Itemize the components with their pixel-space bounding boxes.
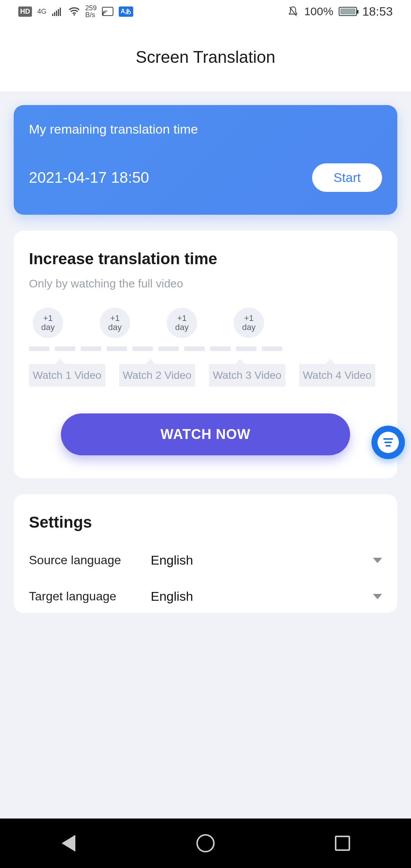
battery-icon: [339, 7, 357, 16]
settings-title: Settings: [29, 513, 382, 531]
app-header: Screen Translation: [0, 23, 411, 91]
chat-fab-button[interactable]: [371, 426, 405, 459]
signal-icon: [52, 6, 63, 17]
increase-title: Increase translation time: [29, 250, 382, 268]
watch-now-button[interactable]: WATCH NOW: [61, 413, 350, 455]
recents-button[interactable]: [329, 830, 356, 857]
svg-rect-0: [52, 14, 53, 16]
start-button[interactable]: Start: [312, 163, 382, 192]
target-language-label: Target language: [29, 589, 151, 603]
increase-subtitle: Only by watching the full video: [29, 277, 382, 290]
home-icon: [196, 834, 215, 852]
page-title: Screen Translation: [136, 48, 276, 67]
chevron-down-icon: [373, 558, 382, 563]
translate-badge-icon: Aあ: [119, 6, 133, 17]
reward-chip: +1 day: [33, 308, 63, 338]
system-navbar: [0, 819, 411, 868]
back-icon: [62, 835, 75, 852]
watch-video-item[interactable]: Watch 3 Video: [209, 364, 285, 387]
progress-dashes: [29, 346, 382, 351]
reward-chip: +1 day: [100, 308, 130, 338]
status-bar: HD 4G 259 B/s Aあ 100% 18:53: [0, 0, 411, 23]
target-language-row[interactable]: Target language English: [29, 589, 382, 604]
status-time: 18:53: [362, 5, 393, 19]
settings-card: Settings Source language English Target …: [14, 494, 397, 613]
remaining-time-label: My remaining translation time: [29, 122, 382, 137]
remaining-time-card: My remaining translation time 2021-04-17…: [14, 105, 397, 215]
svg-rect-3: [58, 9, 59, 16]
hd-badge: HD: [18, 6, 32, 17]
chevron-down-icon: [373, 594, 382, 599]
watch-video-item[interactable]: Watch 1 Video: [29, 364, 105, 387]
network-type: 4G: [37, 8, 46, 16]
increase-time-card: Increase translation time Only by watchi…: [14, 231, 397, 478]
reward-chip: +1 day: [234, 308, 264, 338]
network-speed: 259 B/s: [85, 5, 97, 18]
remaining-time-value: 2021-04-17 18:50: [29, 169, 149, 186]
watch-video-item[interactable]: Watch 4 Video: [299, 364, 376, 387]
reward-chip: +1 day: [167, 308, 197, 338]
back-button[interactable]: [55, 830, 82, 857]
recents-icon: [335, 836, 350, 851]
source-language-value: English: [151, 553, 373, 568]
content: My remaining translation time 2021-04-17…: [0, 91, 411, 627]
source-language-label: Source language: [29, 553, 151, 567]
home-button[interactable]: [192, 830, 219, 857]
svg-rect-1: [54, 12, 55, 16]
svg-rect-4: [60, 8, 61, 16]
source-language-row[interactable]: Source language English: [29, 553, 382, 568]
watch-video-item[interactable]: Watch 2 Video: [119, 364, 196, 387]
status-left: HD 4G 259 B/s Aあ: [18, 5, 133, 18]
target-language-value: English: [151, 589, 373, 604]
cast-icon: [102, 6, 113, 17]
svg-rect-2: [56, 11, 57, 16]
mute-icon: [287, 6, 299, 17]
reward-chips-row: +1 day +1 day +1 day +1 day: [29, 308, 382, 338]
battery-percent: 100%: [304, 5, 333, 18]
svg-point-5: [73, 14, 75, 16]
status-right: 100% 18:53: [287, 5, 393, 19]
watch-videos-row: Watch 1 Video Watch 2 Video Watch 3 Vide…: [29, 364, 382, 387]
wifi-icon: [68, 6, 80, 17]
chat-icon: [378, 432, 399, 453]
